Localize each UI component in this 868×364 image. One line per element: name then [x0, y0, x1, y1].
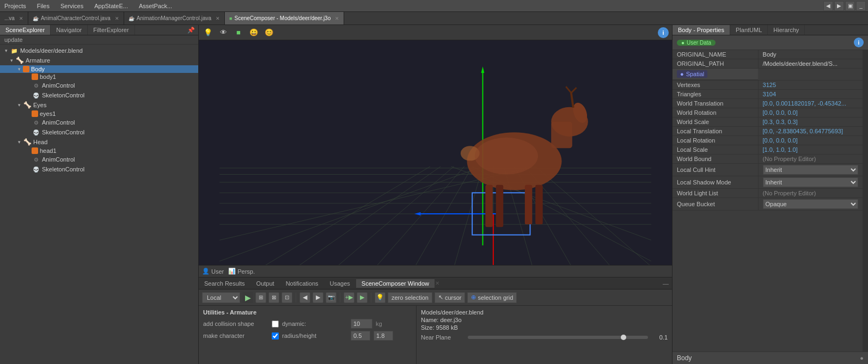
undo-icon-btn[interactable]: ◀: [299, 292, 310, 303]
move-icon-btn[interactable]: ▶: [242, 292, 253, 303]
add-icon-btn[interactable]: +▶: [344, 292, 354, 303]
tab-scenecomposer-close[interactable]: ✕: [335, 16, 339, 21]
win-back[interactable]: ◀: [823, 1, 833, 11]
right-footer-dot[interactable]: ●: [860, 355, 864, 361]
tab-va[interactable]: ...va ✕: [0, 12, 28, 24]
axis-icon-btn[interactable]: ⊡: [282, 292, 292, 303]
grid2-icon-btn[interactable]: ⊠: [268, 292, 279, 303]
tree-node-eyes1[interactable]: eyes1: [0, 110, 198, 118]
zero-selection-btn[interactable]: zero selection: [388, 292, 432, 303]
prop-row-triangles: Triangles 3104: [673, 90, 863, 99]
tree-node-skeletoncontrol-eyes[interactable]: 💀 SkeletonControl: [0, 127, 198, 137]
expand-arrow-armature[interactable]: ▾: [8, 58, 15, 63]
tab-usages[interactable]: Usages: [325, 279, 356, 288]
win-minimize[interactable]: _: [856, 1, 866, 11]
tree-node-head1[interactable]: head1: [0, 147, 198, 155]
prop-row-local-trans: Local Translation [0.0, -2.8380435, 0.64…: [673, 127, 863, 136]
menu-appstate[interactable]: AppStateE...: [92, 2, 130, 10]
tab-scenecomposer[interactable]: ■ SceneComposer - Models/deer/deer.j3o ✕: [225, 12, 344, 24]
expand-arrow-body[interactable]: ▾: [15, 66, 23, 72]
svg-rect-34: [525, 185, 533, 225]
expand-arrow-eyes[interactable]: ▾: [15, 102, 23, 108]
status-persp-btn[interactable]: 📊 Persp.: [228, 268, 255, 275]
tree-label-eyes1: eyes1: [40, 110, 56, 117]
transform-space-dropdown[interactable]: Local World Camera: [202, 292, 240, 303]
eye-icon[interactable]: 👁: [217, 27, 229, 39]
tree-node-head[interactable]: ▾ 🦴 Head: [0, 137, 198, 147]
light2-icon-btn[interactable]: 💡: [375, 292, 386, 303]
face-icon-2[interactable]: 😊: [263, 27, 275, 39]
right-scrollbar[interactable]: [863, 50, 868, 351]
menu-services[interactable]: Services: [58, 2, 85, 10]
menu-assetpack[interactable]: AssetPack...: [137, 2, 174, 10]
prop-key-world-bound: World Bound: [673, 155, 758, 164]
face-icon-1[interactable]: 😀: [248, 27, 260, 39]
tab-hierarchy[interactable]: Hierarchy: [768, 25, 805, 35]
user-data-label: User Data: [687, 40, 711, 46]
info-button[interactable]: i: [658, 27, 669, 38]
tree-node-eyes[interactable]: ▾ 🦴 Eyes: [0, 100, 198, 110]
cube-display-icon[interactable]: ■: [233, 27, 244, 39]
redo-icon-btn[interactable]: ▶: [313, 292, 323, 303]
tab-notifications[interactable]: Notifications: [280, 279, 325, 288]
right-info-icon[interactable]: i: [854, 38, 864, 47]
tab-body-properties[interactable]: Body - Properties: [673, 25, 730, 35]
tree-node-animcontrol-eyes[interactable]: ⚙ AnimControl: [0, 118, 198, 127]
expand-arrow-deerblend[interactable]: ▾: [2, 48, 10, 53]
near-plane-slider[interactable]: [468, 336, 648, 339]
tab-va-close[interactable]: ✕: [19, 16, 23, 21]
tree-node-body[interactable]: ▾ Body: [0, 65, 198, 73]
menu-files[interactable]: Files: [35, 2, 52, 10]
selection-grid-btn[interactable]: ⊕ selection grid: [467, 292, 517, 303]
tree-node-skeletoncontrol-body[interactable]: 💀 SkeletonControl: [0, 90, 198, 100]
prop-val-cull-hint[interactable]: Inherit Always Never: [758, 164, 863, 176]
tree-label-animcontrol-head: AnimControl: [42, 156, 75, 163]
win-fwd[interactable]: ▶: [834, 1, 844, 11]
tree-node-deerblend[interactable]: ▾ 📁 Models/deer/deer.blend: [0, 46, 198, 55]
tab-scene-explorer[interactable]: SceneExplorer: [0, 25, 51, 35]
bottom-panel-close[interactable]: —: [659, 279, 672, 288]
tab-scenecomposer-window[interactable]: SceneComposer Window: [356, 279, 435, 288]
queue-bucket-select[interactable]: Opaque Transparent Sky Gui: [763, 199, 858, 209]
cursor-btn[interactable]: ↖ cursor: [435, 292, 466, 303]
shadow-mode-select[interactable]: Inherit Off CastAndReceive: [763, 177, 858, 187]
expand-arrow-head[interactable]: ▾: [15, 139, 23, 145]
dynamic-checkbox[interactable]: [272, 320, 279, 328]
near-plane-thumb[interactable]: [621, 335, 626, 340]
viewport-canvas[interactable]: 👤 User 📊 Persp.: [199, 40, 672, 277]
tab-animalchar-close[interactable]: ✕: [115, 16, 119, 21]
menu-projects[interactable]: Projects: [2, 2, 28, 10]
height-input[interactable]: [374, 331, 393, 341]
radius-input[interactable]: [351, 331, 370, 341]
circle-dot-icon: ●: [681, 40, 684, 46]
tab-output[interactable]: Output: [251, 279, 280, 288]
camera-icon-btn[interactable]: 📷: [326, 292, 337, 303]
tree-node-animcontrol-head[interactable]: ⚙ AnimControl: [0, 155, 198, 164]
tab-animmanager[interactable]: ☕ AnimationManagerControl.java ✕: [124, 12, 225, 24]
status-user-btn[interactable]: 👤 User: [202, 268, 224, 275]
fwd-icon-btn[interactable]: ▶: [357, 292, 368, 303]
tab-animalchar[interactable]: ☕ AnimalCharacterControl.java ✕: [28, 12, 124, 24]
tree-node-armature[interactable]: ▾ 🦴 Armature: [0, 55, 198, 65]
light-icon[interactable]: 💡: [202, 27, 214, 39]
prop-key-triangles: Triangles: [673, 90, 758, 99]
asset-name-label: Name: deer.j3o: [421, 317, 668, 323]
prop-val-queue-bucket[interactable]: Opaque Transparent Sky Gui: [758, 198, 863, 211]
cull-hint-select[interactable]: Inherit Always Never: [763, 165, 858, 175]
spatial-section-header[interactable]: ● Spatial: [673, 69, 758, 80]
tab-navigator[interactable]: Navigator: [51, 25, 88, 35]
tab-filter-explorer[interactable]: FilterExplorer: [88, 25, 135, 35]
tab-animmanager-close[interactable]: ✕: [216, 16, 220, 21]
character-checkbox[interactable]: [272, 332, 279, 340]
dynamic-value-input[interactable]: [351, 319, 372, 329]
tree-node-skeletoncontrol-head[interactable]: 💀 SkeletonControl: [0, 164, 198, 174]
explorer-pin-btn[interactable]: 📌: [184, 26, 198, 35]
tab-plantuml[interactable]: PlantUML: [730, 25, 768, 35]
tree-node-body1[interactable]: body1: [0, 73, 198, 81]
prop-val-shadow-mode[interactable]: Inherit Off CastAndReceive: [758, 176, 863, 189]
tab-search-results[interactable]: Search Results: [199, 279, 251, 288]
win-restore[interactable]: ▣: [845, 1, 855, 11]
tree-node-animcontrol-body[interactable]: ⚙ AnimControl: [0, 81, 198, 90]
left-panel: SceneExplorer Navigator FilterExplorer 📌…: [0, 25, 199, 364]
grid-icon-btn[interactable]: ⊞: [255, 292, 266, 303]
